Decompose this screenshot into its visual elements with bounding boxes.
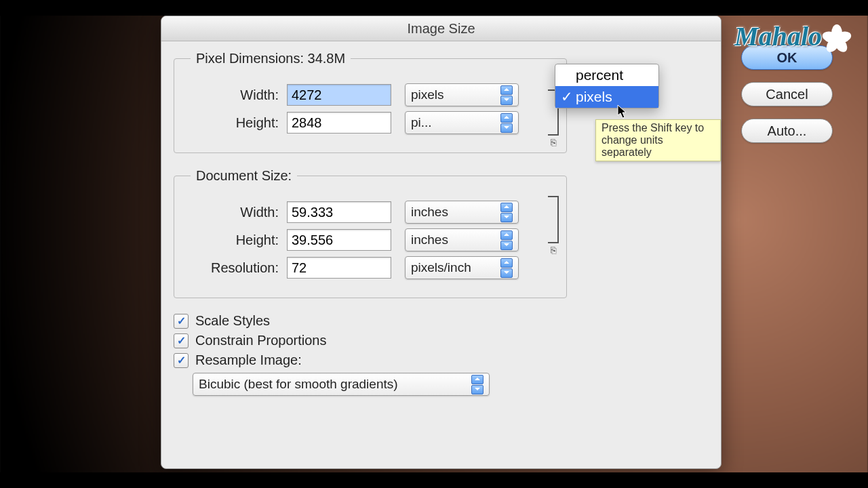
pixel-height-input[interactable] [287, 112, 391, 134]
pixel-dimensions-legend: Pixel Dimensions: 34.8M [191, 51, 351, 66]
mahalo-watermark: Mahalo [734, 20, 849, 52]
cursor-icon [617, 104, 628, 119]
cancel-button[interactable]: Cancel [741, 82, 833, 106]
image-size-dialog: Image Size OK Cancel Auto... Pixel Dimen… [161, 16, 722, 469]
flower-icon [825, 24, 849, 49]
auto-button[interactable]: Auto... [741, 119, 833, 143]
pixel-width-unit-select[interactable]: pixels [405, 83, 519, 106]
doc-width-input[interactable] [287, 201, 391, 223]
scale-styles-checkbox[interactable]: ✓Scale Styles [174, 313, 709, 329]
document-size-legend: Document Size: [191, 168, 297, 184]
pixel-width-input[interactable] [287, 84, 391, 106]
dialog-title: Image Size [161, 16, 721, 41]
doc-width-label: Width: [191, 205, 287, 220]
constrain-proportions-checkbox[interactable]: ✓Constrain Proportions [174, 333, 709, 348]
pixel-height-unit-select[interactable]: pi... [405, 111, 519, 134]
unit-option-percent[interactable]: percent [555, 64, 658, 86]
pixel-width-label: Width: [191, 87, 287, 103]
unit-option-pixels[interactable]: pixels [555, 86, 658, 108]
resolution-input[interactable] [287, 257, 391, 279]
resolution-unit-select[interactable]: pixels/inch [405, 256, 519, 279]
doc-width-unit-select[interactable]: inches [405, 201, 519, 224]
unit-dropdown-menu[interactable]: percent pixels [555, 64, 659, 108]
doc-height-input[interactable] [287, 229, 391, 251]
pixel-dimensions-group: Pixel Dimensions: 34.8M ⎘ Width: pixels … [174, 51, 567, 153]
resample-image-checkbox[interactable]: ✓Resample Image: [174, 352, 709, 368]
resample-method-select[interactable]: Bicubic (best for smooth gradients) [193, 373, 490, 396]
doc-height-unit-select[interactable]: inches [405, 228, 519, 251]
units-tooltip: Press the Shift key to change units sepa… [595, 119, 721, 161]
constrain-link-icon: ⎘ [539, 196, 568, 257]
resolution-label: Resolution: [191, 260, 287, 276]
doc-height-label: Height: [191, 232, 287, 248]
pixel-height-label: Height: [191, 115, 287, 131]
document-size-group: Document Size: ⎘ Width: inches Height: [174, 168, 567, 298]
